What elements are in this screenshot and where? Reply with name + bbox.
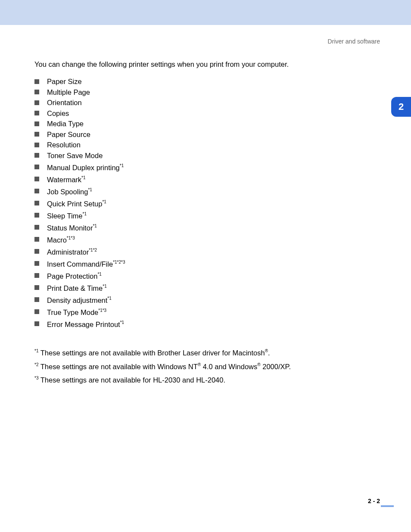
square-bullet-icon [34, 132, 39, 137]
top-band [0, 0, 411, 25]
list-item: Watermark*1 [34, 173, 372, 185]
list-item: Paper Size [34, 76, 372, 87]
list-item: Job Spooling*1 [34, 185, 372, 197]
list-item: Insert Command/File*1*2*3 [34, 257, 372, 269]
list-item: Paper Source [34, 129, 372, 140]
square-bullet-icon [34, 121, 39, 126]
square-bullet-icon [34, 273, 39, 278]
list-item-label: Administrator*1*2 [47, 245, 97, 257]
list-item-label: Media Type [47, 118, 84, 129]
list-item-label: Orientation [47, 97, 82, 108]
list-item: Sleep Time*1 [34, 209, 372, 221]
list-item: Orientation [34, 97, 372, 108]
square-bullet-icon [34, 225, 39, 230]
intro-text: You can change the following printer set… [34, 60, 372, 68]
list-item-label: Multiple Page [47, 87, 90, 98]
list-item: Media Type [34, 118, 372, 129]
list-item: Page Protection*1 [34, 269, 372, 281]
square-bullet-icon [34, 297, 39, 302]
list-item-label: Manual Duplex printing*1 [47, 161, 124, 173]
square-bullet-icon [34, 165, 39, 169]
square-bullet-icon [34, 111, 39, 115]
list-item-label: Error Message Printout*1 [47, 317, 124, 330]
main-content: You can change the following printer set… [34, 60, 372, 386]
page-header: Driver and software [328, 38, 380, 45]
list-item-label: Watermark*1 [47, 173, 86, 185]
list-item: Administrator*1*2 [34, 245, 372, 257]
footnote: *1 These settings are not available with… [34, 345, 372, 359]
footnote: *3 These settings are not available for … [34, 372, 372, 386]
square-bullet-icon [34, 90, 39, 94]
list-item-label: Job Spooling*1 [47, 185, 92, 197]
list-item-label: True Type Mode*1*3 [47, 305, 106, 317]
list-item: Quick Print Setup*1 [34, 197, 372, 209]
square-bullet-icon [34, 143, 39, 147]
square-bullet-icon [34, 201, 39, 205]
list-item-label: Quick Print Setup*1 [47, 197, 106, 209]
list-item: Copies [34, 108, 372, 119]
list-item-label: Print Date & Time*1 [47, 281, 107, 293]
settings-list: Paper SizeMultiple PageOrientationCopies… [34, 76, 372, 330]
list-item-label: Page Protection*1 [47, 269, 102, 281]
list-item: Manual Duplex printing*1 [34, 161, 372, 173]
square-bullet-icon [34, 100, 39, 105]
list-item: Error Message Printout*1 [34, 317, 372, 330]
list-item: Macro*1*3 [34, 233, 372, 245]
page-number-underline [381, 505, 394, 507]
list-item: Resolution [34, 140, 372, 150]
list-item-label: Macro*1*3 [47, 233, 75, 245]
list-item-label: Toner Save Mode [47, 150, 103, 161]
square-bullet-icon [34, 261, 39, 266]
square-bullet-icon [34, 177, 39, 181]
square-bullet-icon [34, 285, 39, 290]
list-item-label: Sleep Time*1 [47, 209, 87, 221]
list-item: Print Date & Time*1 [34, 281, 372, 293]
square-bullet-icon [34, 237, 39, 242]
chapter-tab: 2 [391, 97, 411, 117]
square-bullet-icon [34, 189, 39, 193]
list-item-label: Paper Source [47, 129, 90, 140]
list-item: Status Monitor*1 [34, 221, 372, 233]
footnotes: *1 These settings are not available with… [34, 345, 372, 386]
list-item-label: Copies [47, 108, 69, 119]
footnote: *2 These settings are not available with… [34, 359, 372, 373]
page-number: 2 - 2 [368, 498, 380, 504]
list-item-label: Status Monitor*1 [47, 221, 97, 233]
square-bullet-icon [34, 79, 39, 84]
list-item: Toner Save Mode [34, 150, 372, 161]
list-item-label: Insert Command/File*1*2*3 [47, 257, 125, 269]
square-bullet-icon [34, 213, 39, 218]
square-bullet-icon [34, 309, 39, 314]
list-item-label: Density adjustment*1 [47, 293, 112, 305]
list-item: Multiple Page [34, 87, 372, 98]
list-item-label: Resolution [47, 140, 81, 150]
list-item-label: Paper Size [47, 76, 82, 87]
square-bullet-icon [34, 249, 39, 254]
list-item: Density adjustment*1 [34, 293, 372, 305]
square-bullet-icon [34, 153, 39, 158]
list-item: True Type Mode*1*3 [34, 305, 372, 317]
square-bullet-icon [34, 321, 39, 326]
